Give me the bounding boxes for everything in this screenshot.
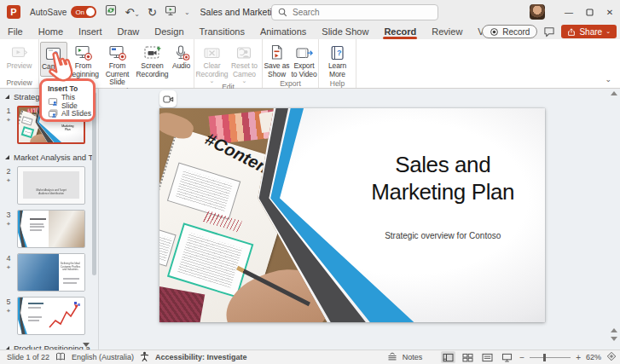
user-avatar[interactable]	[530, 4, 545, 20]
slide-thumbnail-panel: Strategic S 1✦ #Content Sales andMarketi…	[0, 89, 99, 350]
spell-check-icon[interactable]	[55, 352, 66, 363]
slide-number: 1	[6, 107, 10, 115]
zoom-slider[interactable]	[530, 357, 571, 358]
cameo-camera-button[interactable]	[159, 90, 177, 107]
slide-sorter-view-button[interactable]	[461, 351, 475, 363]
screen-recording-button[interactable]: Screen Recording	[136, 42, 170, 78]
slide-4-title: Defining the Ideal Customer Profiles and…	[60, 263, 82, 271]
section-market-analysis[interactable]: Market Analysis and T...	[0, 149, 98, 164]
reset-to-cameo-icon	[235, 43, 253, 62]
restore-button[interactable]	[579, 0, 600, 24]
slide-5-row[interactable]: 5✦	[0, 297, 98, 335]
slide-2-row[interactable]: 2✦ Market Analysis and Target Audience I…	[0, 166, 98, 205]
normal-view-button[interactable]	[441, 351, 455, 363]
reading-view-button[interactable]	[480, 351, 495, 363]
share-button[interactable]: Share ⌄	[561, 25, 617, 38]
save-as-show-button[interactable]: Save as Show	[264, 42, 291, 78]
slide-2-thumbnail[interactable]: Market Analysis and Target Audience Iden…	[17, 166, 85, 205]
transition-star-icon: ✦	[6, 177, 11, 184]
panel-scroll-down-icon[interactable]	[83, 343, 90, 347]
group-export: Save as Show Export to Video Export	[263, 39, 319, 88]
collapse-ribbon-chevron[interactable]: ⌄	[605, 75, 611, 84]
from-beginning-icon	[74, 43, 93, 62]
zoom-in-button[interactable]: +	[576, 353, 581, 362]
transition-star-icon: ✦	[6, 264, 11, 271]
close-button[interactable]: ✕	[600, 0, 620, 24]
transition-star-icon: ✦	[6, 117, 11, 124]
slideshow-from-start-icon[interactable]	[165, 4, 177, 20]
save-icon[interactable]	[105, 4, 117, 20]
clear-recording-button[interactable]: Clear Recording ⌄	[196, 42, 229, 83]
menu-item-all-slides[interactable]: All Slides	[48, 107, 93, 119]
preview-icon	[10, 43, 28, 62]
record-button[interactable]: Record	[482, 25, 537, 38]
slide-4-row[interactable]: 4✦ Defining the Ideal Customer Profiles …	[0, 253, 98, 292]
tab-transitions[interactable]: Transitions	[192, 24, 252, 39]
preview-button[interactable]: Preview	[3, 42, 36, 71]
menu-item-this-slide[interactable]: This Slide	[48, 95, 93, 107]
zoom-out-button[interactable]: −	[519, 353, 524, 362]
transition-star-icon: ✦	[6, 221, 11, 228]
tab-file[interactable]: File	[0, 24, 31, 39]
slide-number: 2	[6, 167, 10, 176]
export-to-video-button[interactable]: Export to Video	[291, 42, 318, 78]
slide-number: 5	[6, 298, 10, 306]
slide-4-thumbnail[interactable]: Defining the Ideal Customer Profiles and…	[17, 253, 85, 292]
screen-recording-icon	[143, 43, 162, 62]
qat-overflow-chevron[interactable]: ⌄	[184, 9, 190, 16]
slide-5-thumbnail[interactable]	[17, 297, 85, 335]
tab-draw[interactable]: Draw	[110, 24, 148, 39]
search-bar[interactable]	[271, 4, 438, 20]
next-slide-button[interactable]	[611, 337, 617, 341]
group-help: ? Learn More Help	[319, 39, 356, 88]
accessibility-status[interactable]: Accessibility: Investigate	[155, 353, 247, 361]
canvas-scroll-up-icon[interactable]	[611, 91, 617, 95]
comments-button[interactable]	[543, 26, 555, 38]
slide-subtitle: Strategic overview for Contoso	[360, 231, 525, 240]
clear-recording-icon	[203, 43, 222, 62]
slide-editor[interactable]: #Content Sales and Marketing Plan Strate…	[159, 108, 545, 322]
record-dot-icon	[490, 27, 499, 37]
all-slides-icon	[48, 109, 58, 118]
tab-animations[interactable]: Animations	[252, 24, 314, 39]
slide-title-line2: Marketing Plan	[360, 178, 525, 205]
reset-to-cameo-button[interactable]: Reset to Cameo ⌄	[229, 42, 261, 83]
previous-slide-button[interactable]	[611, 328, 617, 332]
powerpoint-app-icon[interactable]: P	[7, 5, 20, 19]
workspace: Strategic S 1✦ #Content Sales andMarketi…	[0, 89, 620, 350]
transition-star-icon: ✦	[6, 308, 11, 315]
group-label-export: Export	[280, 78, 301, 88]
zoom-level[interactable]: 62%	[586, 353, 601, 361]
audio-button[interactable]: Audio	[170, 42, 194, 71]
share-icon	[567, 27, 576, 37]
fit-slide-button[interactable]	[606, 351, 617, 363]
slide-number: 3	[6, 211, 10, 219]
from-current-slide-button[interactable]: From Current Slide	[100, 42, 136, 87]
slide-indicator[interactable]: Slide 1 of 22	[7, 353, 49, 361]
slide-title-block[interactable]: Sales and Marketing Plan Strategic overv…	[360, 151, 525, 240]
tab-record[interactable]: Record	[376, 24, 424, 39]
tab-insert[interactable]: Insert	[71, 24, 110, 39]
undo-button[interactable]: ↶⌄	[125, 4, 140, 20]
comment-icon	[543, 26, 555, 38]
redo-button[interactable]: ↻	[148, 7, 157, 18]
svg-text:?: ?	[337, 49, 342, 57]
notes-button[interactable]: Notes	[403, 353, 423, 361]
tab-slide-show[interactable]: Slide Show	[314, 24, 376, 39]
search-input[interactable]	[293, 8, 420, 17]
zoom-slider-thumb[interactable]	[543, 354, 546, 361]
tab-design[interactable]: Design	[147, 24, 191, 39]
slide-canvas-area: #Content Sales and Marketing Plan Strate…	[99, 89, 620, 350]
slide-3-row[interactable]: 3✦	[0, 210, 98, 248]
minimize-button[interactable]: —	[559, 0, 579, 24]
title-bar: P AutoSave On ↶⌄ ↻ ⌄ Sales and Marketing…	[0, 0, 620, 24]
learn-more-button[interactable]: ? Learn More	[324, 42, 351, 78]
tab-review[interactable]: Review	[424, 24, 470, 39]
autosave-state: On	[75, 9, 84, 16]
slide-show-view-button[interactable]	[500, 351, 514, 363]
slide-3-thumbnail[interactable]	[17, 210, 85, 248]
autosave-toggle[interactable]: On	[71, 6, 96, 18]
language-indicator[interactable]: English (Australia)	[72, 353, 134, 361]
notes-icon	[387, 352, 397, 363]
tab-home[interactable]: Home	[31, 24, 71, 39]
